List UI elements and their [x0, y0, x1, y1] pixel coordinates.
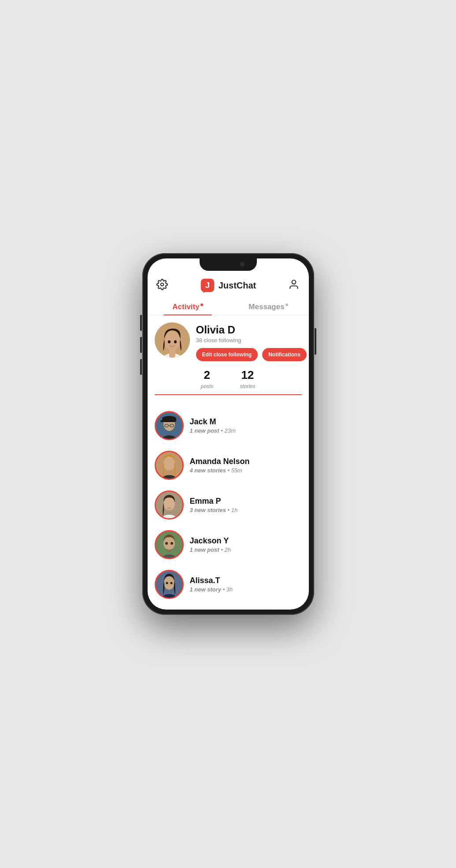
jackson-desc: 1 new post • 2h [190, 546, 302, 553]
phone-frame: J JustChat Activity M [142, 253, 314, 615]
camera-dot [240, 262, 245, 266]
logo-bubble-icon: J [200, 278, 215, 293]
svg-text:J: J [205, 281, 210, 290]
emma-info: Emma P 3 new stories • 1h [190, 497, 302, 513]
svg-point-23 [167, 468, 171, 470]
app-logo: J JustChat [200, 278, 256, 293]
svg-point-0 [160, 283, 163, 286]
list-item[interactable]: Frank 1 new story • 3h [148, 604, 309, 610]
jack-avatar-image [156, 412, 182, 439]
stories-label: stories [240, 383, 255, 389]
screen-content: J JustChat Activity M [148, 258, 309, 610]
profile-info: Olivia D 38 close following Edit close f… [196, 322, 307, 361]
svg-point-36 [170, 582, 172, 584]
app-name: JustChat [219, 281, 256, 291]
svg-point-3 [292, 280, 296, 284]
notifications-button[interactable]: Notifications [262, 348, 307, 361]
jackson-info: Jackson Y 1 new post • 2h [190, 536, 302, 553]
settings-button[interactable] [156, 279, 168, 292]
phone-screen: J JustChat Activity M [148, 258, 309, 610]
main-content: Olivia D 38 close following Edit close f… [148, 315, 309, 610]
jack-name: Jack M [190, 417, 302, 427]
posts-count: 2 [200, 368, 213, 382]
stats-row: 2 posts 12 stories [155, 361, 302, 394]
amanda-avatar-image [156, 452, 182, 479]
emma-name: Emma P [190, 497, 302, 506]
svg-point-34 [164, 576, 174, 590]
svg-point-29 [163, 537, 175, 550]
alissa-desc: 1 new story • 3h [190, 586, 302, 593]
alissa-avatar [155, 570, 184, 599]
profile-actions: Edit close following Notifications [196, 348, 307, 361]
gear-icon [156, 279, 168, 290]
emma-avatar [155, 490, 184, 520]
tab-activity[interactable]: Activity [148, 298, 228, 315]
profile-top: Olivia D 38 close following Edit close f… [155, 322, 302, 361]
svg-point-9 [168, 340, 171, 344]
list-item[interactable]: Emma P 3 new stories • 1h [148, 485, 309, 525]
list-item[interactable]: Jack M 1 new post • 23m [148, 406, 309, 445]
svg-rect-15 [162, 419, 176, 422]
profile-following-count: 38 close following [196, 337, 307, 344]
emma-avatar-image [156, 492, 182, 518]
list-item[interactable]: Jackson Y 1 new post • 2h [148, 525, 309, 565]
list-item[interactable]: Alissa.T 1 new story • 3h [148, 565, 309, 604]
svg-rect-16 [160, 420, 164, 422]
edit-close-following-button[interactable]: Edit close following [196, 348, 258, 361]
amanda-avatar [155, 451, 184, 480]
posts-label: posts [200, 383, 213, 389]
jackson-avatar [155, 530, 184, 559]
svg-point-8 [164, 331, 180, 351]
profile-button[interactable] [288, 279, 300, 292]
messages-dot [285, 303, 288, 306]
jack-info: Jack M 1 new post • 23m [190, 417, 302, 434]
svg-point-35 [166, 582, 168, 584]
profile-name: Olivia D [196, 324, 307, 336]
svg-point-31 [171, 542, 173, 545]
profile-section: Olivia D 38 close following Edit close f… [148, 315, 309, 402]
tab-messages[interactable]: Messages [228, 298, 309, 315]
amanda-info: Amanda Nelson 4 new stories • 55m [190, 457, 302, 474]
stats-divider [155, 394, 302, 395]
user-avatar[interactable] [155, 322, 190, 358]
svg-point-10 [174, 340, 177, 344]
alissa-name: Alissa.T [190, 576, 302, 585]
alissa-avatar-image [156, 571, 182, 598]
jackson-name: Jackson Y [190, 536, 302, 546]
activity-dot [200, 303, 203, 306]
amanda-desc: 4 new stories • 55m [190, 467, 302, 474]
notch [200, 258, 257, 271]
stories-stat: 12 stories [240, 368, 255, 390]
jackson-avatar-image [156, 531, 182, 558]
jack-desc: 1 new post • 23m [190, 427, 302, 434]
tab-bar: Activity Messages [148, 298, 309, 315]
jack-avatar [155, 411, 184, 440]
avatar-image [155, 322, 190, 358]
svg-rect-7 [169, 350, 175, 358]
posts-stat: 2 posts [200, 368, 213, 390]
alissa-info: Alissa.T 1 new story • 3h [190, 576, 302, 593]
stories-count: 12 [240, 368, 255, 382]
user-icon [288, 279, 300, 290]
app-header: J JustChat [148, 274, 309, 298]
list-item[interactable]: Amanda Nelson 4 new stories • 55m [148, 445, 309, 485]
svg-point-30 [165, 542, 168, 545]
activity-list: Jack M 1 new post • 23m [148, 402, 309, 610]
amanda-name: Amanda Nelson [190, 457, 302, 466]
emma-desc: 3 new stories • 1h [190, 507, 302, 513]
